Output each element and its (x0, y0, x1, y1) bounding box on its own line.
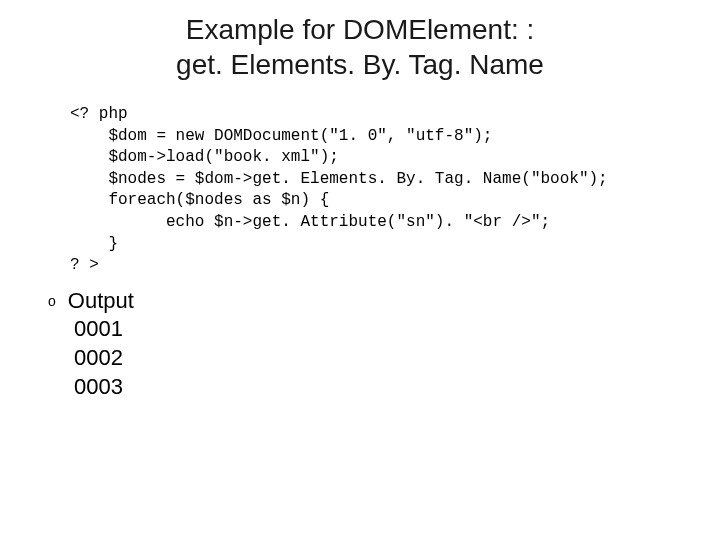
code-block: <? php $dom = new DOMDocument("1. 0", "u… (70, 104, 720, 277)
output-value: 0001 (74, 315, 720, 344)
output-section: o Output 0001 0002 0003 (48, 287, 720, 401)
bullet-icon: o (48, 292, 56, 310)
code-line: foreach($nodes as $n) { (70, 190, 720, 212)
title-line-2: get. Elements. By. Tag. Name (0, 47, 720, 82)
code-line: <? php (70, 104, 720, 126)
code-line: } (70, 234, 720, 256)
output-values: 0001 0002 0003 (74, 315, 720, 401)
code-line: echo $n->get. Attribute("sn"). "<br />"; (70, 212, 720, 234)
slide-title: Example for DOMElement: : get. Elements.… (0, 0, 720, 82)
code-line: $dom->load("book. xml"); (70, 147, 720, 169)
output-label: Output (68, 287, 134, 316)
code-line: $dom = new DOMDocument("1. 0", "utf-8"); (70, 126, 720, 148)
code-line: $nodes = $dom->get. Elements. By. Tag. N… (70, 169, 720, 191)
output-value: 0002 (74, 344, 720, 373)
code-line: ? > (70, 255, 720, 277)
title-line-1: Example for DOMElement: : (0, 12, 720, 47)
output-value: 0003 (74, 373, 720, 402)
